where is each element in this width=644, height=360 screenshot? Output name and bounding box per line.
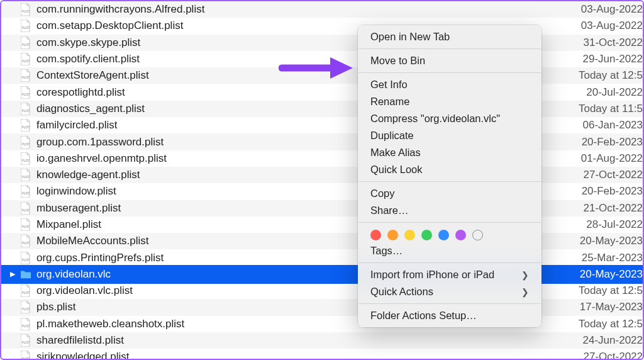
menu-quick-actions[interactable]: Quick Actions❯ <box>358 283 541 300</box>
file-date: 27-Oct-2022 <box>555 169 643 181</box>
menu-separator <box>358 222 541 223</box>
tag-color-none[interactable] <box>472 230 483 240</box>
svg-text:PLIST: PLIST <box>22 76 30 79</box>
file-row[interactable]: PLISTMobileMeAccounts.plist20-May-2023 <box>1 233 643 249</box>
menu-duplicate[interactable]: Duplicate <box>358 127 541 144</box>
file-date: 20-Feb-2023 <box>555 136 643 149</box>
plist-file-icon: PLIST <box>20 86 31 99</box>
file-row[interactable]: PLISTsharedfilelistd.plist24-Jun-2022 <box>1 332 643 349</box>
file-date: Today at 11:5 <box>555 103 643 115</box>
menu-separator <box>358 262 541 263</box>
plist-file-icon: PLIST <box>20 69 31 82</box>
svg-text:PLIST: PLIST <box>22 242 30 245</box>
menu-open-new-tab[interactable]: Open in New Tab <box>358 28 541 45</box>
menu-label: Move to Bin <box>370 55 425 67</box>
svg-text:PLIST: PLIST <box>22 43 30 47</box>
file-date: 20-May-2023 <box>555 235 643 247</box>
file-row[interactable]: PLISTdiagnostics_agent.plistToday at 11:… <box>1 101 643 117</box>
file-row[interactable]: PLISTcorespotlightd.plist20-Jul-2022 <box>1 84 643 100</box>
menu-import[interactable]: Import from iPhone or iPad❯ <box>358 266 541 283</box>
plist-file-icon: PLIST <box>20 103 31 115</box>
plist-file-icon: PLIST <box>20 37 31 49</box>
menu-label: Rename <box>370 96 409 108</box>
file-row[interactable]: PLISTpl.maketheweb.cleanshotx.plistToday… <box>1 316 643 332</box>
tag-color-dot[interactable] <box>370 230 381 240</box>
menu-folder-actions[interactable]: Folder Actions Setup… <box>358 307 541 324</box>
file-name: com.runningwithcrayons.Alfred.plist <box>36 3 555 16</box>
chevron-right-icon: ❯ <box>521 270 529 280</box>
menu-label: Share… <box>370 205 409 217</box>
svg-text:PLIST: PLIST <box>22 225 30 228</box>
menu-quick-look[interactable]: Quick Look <box>358 161 541 178</box>
svg-text:PLIST: PLIST <box>22 291 30 295</box>
file-date: 21-Oct-2022 <box>555 202 643 215</box>
svg-text:PLIST: PLIST <box>22 93 30 96</box>
tag-color-row <box>358 226 541 242</box>
menu-move-to-bin[interactable]: Move to Bin <box>358 52 541 69</box>
menu-label: Quick Look <box>370 164 423 176</box>
file-name: siriknowledged.plist <box>36 351 555 360</box>
file-row[interactable]: PLISTContextStoreAgent.plistToday at 12:… <box>1 67 643 84</box>
tag-color-dot[interactable] <box>455 230 466 240</box>
file-list: PLISTcom.runningwithcrayons.Alfred.plist… <box>1 1 643 360</box>
menu-label: Import from iPhone or iPad <box>370 269 494 281</box>
chevron-right-icon: ❯ <box>521 287 529 297</box>
menu-label: Open in New Tab <box>370 31 450 43</box>
file-date: Today at 12:5 <box>555 284 643 297</box>
file-date: Today at 12:5 <box>555 318 643 330</box>
file-row[interactable]: PLISTknowledge-agent.plist27-Oct-2022 <box>1 167 643 183</box>
menu-tags[interactable]: Tags… <box>358 242 541 259</box>
tag-color-dot[interactable] <box>404 230 415 240</box>
file-row[interactable]: PLISTcom.runningwithcrayons.Alfred.plist… <box>1 1 643 18</box>
menu-label: Quick Actions <box>370 286 433 298</box>
file-row[interactable]: PLISTorg.videolan.vlc.plistToday at 12:5 <box>1 283 643 299</box>
svg-text:PLIST: PLIST <box>22 126 30 129</box>
file-row[interactable]: PLISTcom.skype.skype.plist31-Oct-2022 <box>1 35 643 51</box>
plist-file-icon: PLIST <box>20 235 31 247</box>
plist-file-icon: PLIST <box>20 284 31 297</box>
tag-color-dot[interactable] <box>438 230 449 240</box>
file-date: 31-Oct-2022 <box>555 37 643 49</box>
file-date: 06-Jan-2023 <box>555 119 643 132</box>
plist-file-icon: PLIST <box>20 301 31 313</box>
svg-text:PLIST: PLIST <box>22 357 30 360</box>
file-row[interactable]: PLISTloginwindow.plist20-Feb-2023 <box>1 183 643 200</box>
file-row[interactable]: PLISTMixpanel.plist28-Jul-2022 <box>1 217 643 233</box>
svg-text:PLIST: PLIST <box>22 308 30 311</box>
tag-color-dot[interactable] <box>387 230 398 240</box>
file-row[interactable]: PLISTcom.setapp.DesktopClient.plist03-Au… <box>1 18 643 34</box>
menu-compress[interactable]: Compress "org.videolan.vlc" <box>358 110 541 127</box>
menu-separator <box>358 303 541 304</box>
file-name: sharedfilelistd.plist <box>36 334 555 347</box>
menu-make-alias[interactable]: Make Alias <box>358 144 541 161</box>
tag-color-dot[interactable] <box>421 230 432 240</box>
file-row[interactable]: ▶org.videolan.vlc20-May-2023 <box>1 266 643 283</box>
file-date: 03-Aug-2022 <box>555 20 643 32</box>
svg-text:PLIST: PLIST <box>22 176 30 179</box>
plist-file-icon: PLIST <box>20 136 31 149</box>
plist-file-icon: PLIST <box>20 169 31 181</box>
file-date: 20-Feb-2023 <box>555 185 643 198</box>
plist-file-icon: PLIST <box>20 202 31 215</box>
file-row[interactable]: PLISTmbuseragent.plist21-Oct-2022 <box>1 200 643 217</box>
menu-get-info[interactable]: Get Info <box>358 76 541 93</box>
svg-text:PLIST: PLIST <box>22 209 30 212</box>
plist-file-icon: PLIST <box>20 119 31 132</box>
file-row[interactable]: PLISTpbs.plist17-May-2023 <box>1 299 643 315</box>
svg-text:PLIST: PLIST <box>22 143 30 146</box>
menu-share[interactable]: Share… <box>358 202 541 219</box>
plist-file-icon: PLIST <box>20 3 31 16</box>
file-row[interactable]: PLISTcom.spotify.client.plist29-Jun-2022 <box>1 51 643 67</box>
file-date: 01-Aug-2022 <box>555 152 643 165</box>
file-row[interactable]: PLISTgroup.com.1password.plist20-Feb-202… <box>1 133 643 150</box>
file-date: 27-Oct-2022 <box>555 351 643 360</box>
menu-copy[interactable]: Copy <box>358 185 541 202</box>
file-date: Today at 12:5 <box>555 69 643 82</box>
file-row[interactable]: PLISTsiriknowledged.plist27-Oct-2022 <box>1 349 643 360</box>
file-row[interactable]: PLISTorg.cups.PrintingPrefs.plist25-Mar-… <box>1 249 643 266</box>
file-date: 25-Mar-2023 <box>555 252 643 264</box>
file-row[interactable]: PLISTfamilycircled.plist06-Jan-2023 <box>1 117 643 133</box>
disclosure-triangle-icon[interactable]: ▶ <box>10 270 15 278</box>
menu-rename[interactable]: Rename <box>358 93 541 110</box>
file-row[interactable]: PLISTio.ganeshrvel.openmtp.plist01-Aug-2… <box>1 150 643 167</box>
